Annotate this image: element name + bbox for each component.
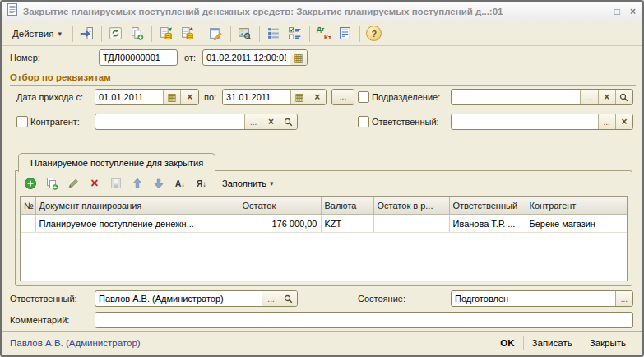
balance-cell[interactable]: 176 000,00 (239, 215, 321, 233)
table-row[interactable]: 1 Планируемое поступление денежн... 176 … (21, 215, 627, 233)
col-header-num[interactable]: № (21, 197, 35, 215)
select-icon[interactable]: ... (598, 114, 615, 129)
settings-checkbox-icon[interactable] (285, 24, 306, 44)
document-cell[interactable]: Планируемое поступление денежн... (35, 215, 239, 233)
calendar-icon[interactable]: ▦ (290, 90, 308, 104)
responsible-filter-input[interactable] (452, 114, 598, 129)
currency-cell[interactable]: KZT (321, 215, 373, 233)
comment-field-group (95, 312, 633, 328)
counterparty-checkbox[interactable] (16, 116, 28, 128)
preview-icon[interactable] (234, 24, 256, 44)
refresh-icon[interactable] (105, 24, 127, 44)
date-from-input[interactable] (95, 90, 163, 104)
current-user-label: Павлов А.В. (Администратор) (10, 338, 492, 348)
save-icon[interactable] (76, 24, 98, 44)
clear-icon[interactable]: × (598, 90, 615, 104)
select-icon[interactable]: ... (244, 114, 262, 129)
responsible-input[interactable] (95, 291, 262, 306)
add-row-icon[interactable] (21, 174, 40, 192)
credit-label: Кт (324, 35, 331, 41)
department-checkbox[interactable] (358, 91, 369, 103)
department-field-group: ... × (451, 89, 633, 105)
clear-icon[interactable]: × (308, 90, 326, 104)
dropdown-arrow-icon: ▾ (270, 179, 274, 188)
close-button[interactable]: Закрыть (581, 336, 634, 350)
maximize-icon[interactable]: □ (614, 7, 620, 16)
department-input[interactable] (452, 90, 580, 104)
titlebar[interactable]: Закрытие планируемых поступлений денежны… (2, 2, 642, 21)
toolbar-separator (309, 26, 310, 42)
window-controls: _ □ × (599, 7, 636, 16)
clear-icon[interactable]: × (262, 114, 279, 129)
edit-icon[interactable] (206, 24, 227, 44)
col-header-balance[interactable]: Остаток (239, 197, 321, 215)
fill-menu-button[interactable]: Заполнить ▾ (216, 176, 280, 191)
responsible-cell[interactable]: Иванова Т.Р. ... (449, 215, 526, 233)
copy-icon[interactable] (127, 24, 148, 44)
number-field-group (99, 49, 178, 66)
close-icon[interactable]: × (630, 7, 636, 16)
minimize-icon[interactable]: _ (599, 7, 605, 16)
responsible-field-group: ... (95, 290, 298, 307)
edit-row-icon[interactable] (63, 174, 83, 192)
select-icon[interactable]: ... (615, 291, 632, 306)
select-icon[interactable]: ... (262, 291, 279, 306)
balance-reg-cell[interactable] (373, 215, 449, 233)
actions-menu-button[interactable]: Действия ▾ (5, 26, 69, 42)
document-register-icon[interactable] (335, 24, 356, 44)
copy-row-icon[interactable] (42, 174, 62, 192)
col-header-counterparty[interactable]: Контрагент (526, 197, 627, 215)
document-structure-icon[interactable] (263, 24, 285, 44)
tab-panel: × А↓ Я↓ Заполнить ▾ (15, 170, 632, 286)
ok-button[interactable]: OK (492, 336, 522, 350)
select-icon[interactable]: ... (580, 90, 597, 104)
post-document-icon[interactable] (155, 24, 177, 44)
responsible-filter-checkbox[interactable] (358, 116, 369, 128)
main-toolbar: Действия ▾ (2, 21, 642, 46)
responsible-filter-label: Ответственный: (372, 113, 439, 131)
help-icon[interactable]: ? (364, 24, 385, 44)
toolbar-separator (359, 26, 360, 42)
statusbar: Павлов А.В. (Администратор) OK Записать … (2, 331, 642, 354)
calendar-icon[interactable]: ▦ (290, 50, 307, 65)
save-button[interactable]: Записать (524, 336, 581, 350)
document-window: Закрытие планируемых поступлений денежны… (0, 0, 644, 357)
clear-icon[interactable]: × (180, 90, 198, 104)
calendar-icon[interactable]: ▦ (163, 90, 181, 104)
move-up-icon[interactable] (127, 174, 147, 192)
tab-planned-receipt[interactable]: Планируемое поступление для закрытия (18, 153, 215, 172)
magnifier-icon[interactable] (280, 291, 297, 306)
end-edit-icon[interactable] (106, 174, 126, 192)
toolbar-separator (101, 26, 102, 42)
col-header-document[interactable]: Документ планирования (35, 197, 239, 215)
date-options-button[interactable]: ... (331, 89, 354, 105)
magnifier-icon[interactable] (280, 114, 297, 129)
sort-descending-icon[interactable]: Я↓ (192, 174, 211, 192)
planned-receipts-table[interactable]: № Документ планирования Остаток Валюта О… (20, 196, 628, 281)
date-to-input[interactable] (223, 90, 290, 104)
move-down-icon[interactable] (149, 174, 169, 192)
dropdown-arrow-icon: ▾ (58, 30, 62, 38)
clear-icon[interactable]: × (615, 114, 632, 129)
magnifier-icon[interactable] (615, 90, 632, 104)
date-from-field-group: ▦ × (95, 89, 199, 105)
actions-label: Действия (12, 29, 53, 39)
col-header-responsible[interactable]: Ответственный (449, 197, 526, 215)
row-number-cell[interactable]: 1 (21, 215, 35, 233)
toolbar-separator (259, 26, 260, 42)
responsible-label: Ответственный: (10, 290, 77, 308)
datetime-input[interactable] (203, 50, 290, 65)
number-input[interactable] (100, 50, 177, 65)
counterparty-input[interactable] (95, 114, 244, 129)
col-header-currency[interactable]: Валюта (321, 197, 373, 215)
delete-row-icon[interactable]: × (85, 174, 104, 192)
col-header-balance-reg[interactable]: Остаток в р... (373, 197, 449, 215)
comment-input[interactable] (95, 313, 632, 327)
state-input[interactable] (452, 291, 615, 306)
unpost-document-icon[interactable] (177, 24, 198, 44)
datetime-field-group: ▦ (202, 49, 308, 66)
debit-credit-icon[interactable]: Дт Кт (313, 24, 335, 44)
counterparty-cell[interactable]: Береке магазин (526, 215, 627, 233)
date-to-label: по: (204, 88, 216, 106)
sort-ascending-icon[interactable]: А↓ (170, 174, 190, 192)
